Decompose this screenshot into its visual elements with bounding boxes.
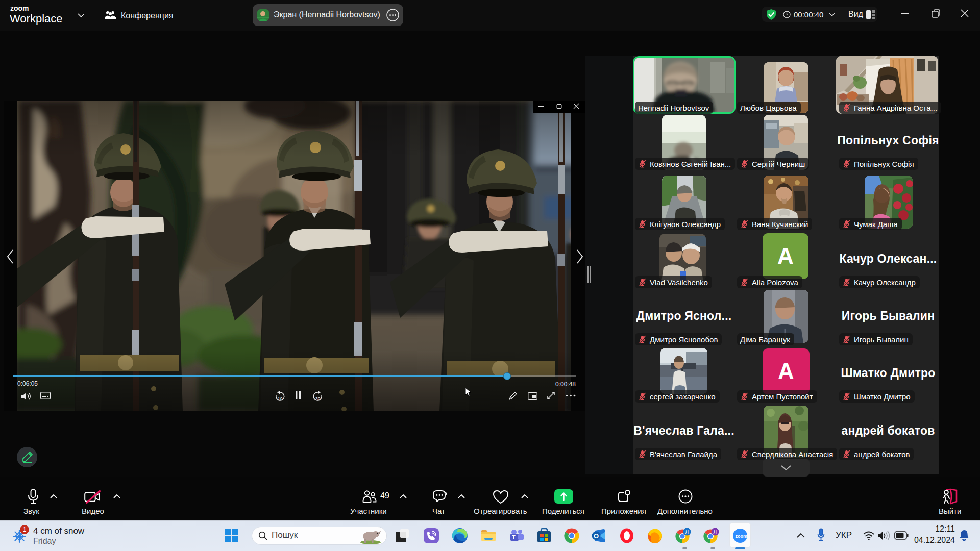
svg-text:O: O <box>594 532 599 540</box>
svg-text:10: 10 <box>278 396 283 402</box>
svg-text:30: 30 <box>315 396 321 402</box>
svg-text:T: T <box>512 534 516 540</box>
svg-text:Л: Л <box>714 529 717 535</box>
svg-text:Л: Л <box>685 529 689 535</box>
svg-text:zoom: zoom <box>736 534 748 539</box>
